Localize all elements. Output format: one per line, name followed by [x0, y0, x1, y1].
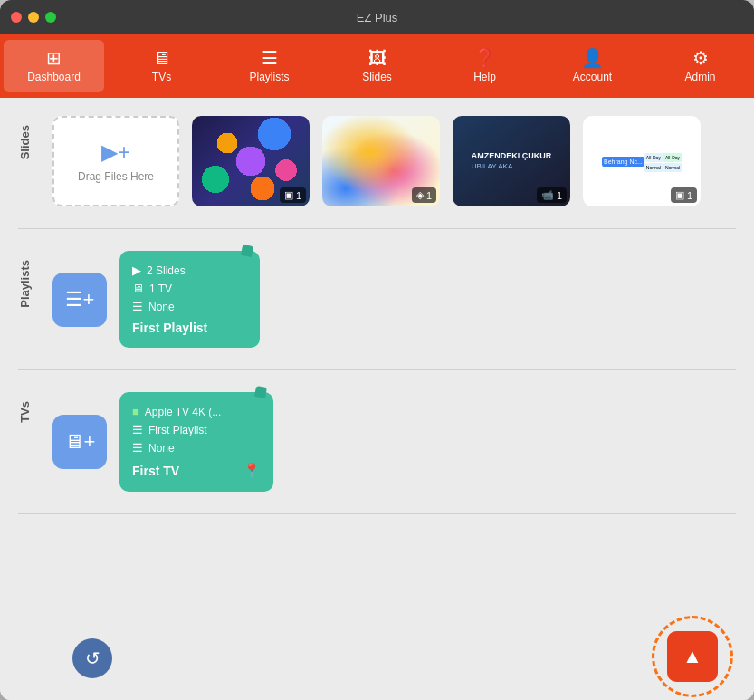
slide-card-2[interactable]: ◈ 1	[322, 116, 440, 206]
tv-count-icon: 🖥	[132, 282, 144, 295]
nav-bar: ⊞ Dashboard 🖥 TVs ☰ Playlists 🖼 Slides ❓…	[0, 34, 754, 98]
tv-playlist-row: ☰ First Playlist	[132, 423, 261, 436]
window-title: EZ Plus	[357, 11, 398, 24]
upload-area: ▲	[667, 631, 718, 682]
close-button[interactable]	[11, 12, 22, 23]
tvs-content: 🖥+ ■ Apple TV 4K (... ☰ First Playlist ☰…	[52, 392, 273, 492]
music-info: AMZENDEKI ÇUKUR UBILAY AKA	[472, 151, 552, 171]
main-content: Slides ▶+ Drag Files Here ▣ 1	[0, 98, 754, 700]
playlist-title: First Playlist	[132, 321, 247, 335]
playlist-tv-count: 1 TV	[149, 283, 172, 295]
admin-icon: ⚙	[692, 49, 709, 67]
cal-cell-3: Normal	[644, 163, 663, 172]
add-slide-button[interactable]: ▶+ Drag Files Here	[52, 116, 179, 206]
account-icon: 👤	[581, 49, 604, 67]
tvs-icon: 🖥	[153, 49, 171, 67]
schedule-icon: ☰	[132, 300, 143, 313]
playlist-slides-row: ▶ 2 Slides	[132, 264, 247, 277]
location-icon: 📍	[243, 462, 261, 479]
slide-badge-2: ◈ 1	[412, 187, 436, 203]
tv-device-row: ■ Apple TV 4K (...	[132, 405, 261, 418]
add-tv-icon: 🖥+	[64, 430, 96, 454]
cal-grid: All-Day All-Day Normal Normal	[644, 153, 682, 172]
tv-schedule-row: ☰ None	[132, 441, 261, 455]
slide-badge-1: ▣ 1	[280, 187, 306, 203]
help-icon: ❓	[473, 49, 496, 67]
slide-badge-count-1: 1	[296, 190, 301, 201]
slide-badge-count-4: 1	[687, 190, 692, 201]
device-icon: ■	[132, 405, 139, 418]
nav-item-tvs[interactable]: 🖥 TVs	[111, 40, 212, 92]
cal-cell-4: Normal	[663, 163, 682, 172]
dashboard-icon: ⊞	[46, 49, 62, 67]
slide-badge-count-2: 1	[426, 190, 432, 201]
refresh-button[interactable]: ↺	[72, 638, 112, 678]
nav-item-admin[interactable]: ⚙ Admin	[650, 40, 750, 92]
refresh-icon: ↺	[85, 647, 100, 669]
nav-label-playlists: Playlists	[249, 71, 289, 83]
tv-device: Apple TV 4K (...	[145, 406, 222, 418]
tvs-section: TVs 🖥+ ■ Apple TV 4K (... ☰ First Playli…	[18, 392, 736, 514]
tvs-section-label: TVs	[18, 401, 40, 423]
slide-badge-icon-2: ◈	[416, 189, 424, 201]
add-playlist-button[interactable]: ☰+	[52, 273, 107, 327]
cal-cell-1: All-Day	[644, 153, 663, 162]
slide-badge-icon-3: 📹	[541, 189, 554, 201]
tv-schedule: None	[148, 442, 175, 455]
add-tv-button[interactable]: 🖥+	[52, 415, 107, 469]
nav-label-tvs: TVs	[152, 71, 171, 83]
slides-content: ▶+ Drag Files Here ▣ 1 ◈ 1	[52, 116, 701, 206]
tv-title-row: First TV 📍	[132, 462, 261, 479]
slide-badge-3: 📹 1	[537, 187, 567, 203]
playlist-schedule-row: ☰ None	[132, 300, 247, 313]
playlists-section: Playlists ☰+ ▶ 2 Slides 🖥 1 TV ☰	[18, 251, 736, 370]
tv-card-1[interactable]: ■ Apple TV 4K (... ☰ First Playlist ☰ No…	[119, 392, 273, 492]
slide-card-3[interactable]: AMZENDEKI ÇUKUR UBILAY AKA 📹 1	[453, 116, 570, 206]
tv-title: First TV	[132, 464, 179, 478]
playlists-section-label: Playlists	[18, 260, 40, 308]
nav-label-admin: Admin	[684, 71, 715, 83]
minimize-button[interactable]	[28, 12, 39, 23]
slides-count-icon: ▶	[132, 264, 141, 277]
nav-item-slides[interactable]: 🖼 Slides	[327, 40, 427, 92]
slides-section-label: Slides	[18, 125, 40, 159]
slide-card-4[interactable]: Behrang Nc... All-Day All-Day Normal Nor…	[583, 116, 701, 206]
playlist-slides-count: 2 Slides	[147, 264, 186, 277]
slide-badge-icon-1: ▣	[284, 189, 293, 201]
title-bar: EZ Plus	[0, 0, 754, 34]
playlist-schedule: None	[148, 301, 175, 313]
playlists-icon: ☰	[262, 49, 278, 67]
cal-header: Behrang Nc...	[602, 157, 644, 167]
nav-item-help[interactable]: ❓ Help	[434, 40, 535, 92]
upload-button[interactable]: ▲	[667, 631, 718, 682]
traffic-lights	[11, 12, 56, 23]
nav-item-dashboard[interactable]: ⊞ Dashboard	[4, 40, 104, 92]
slide-badge-4: ▣ 1	[671, 187, 697, 203]
artist-name: UBILAY AKA	[472, 162, 552, 171]
nav-label-help: Help	[473, 71, 496, 83]
slide-badge-count-3: 1	[557, 190, 562, 201]
playlist-tv-row: 🖥 1 TV	[132, 282, 247, 295]
tv-playlist-icon: ☰	[132, 423, 143, 436]
maximize-button[interactable]	[45, 12, 56, 23]
add-playlist-icon: ☰+	[65, 288, 95, 312]
slide-card-1[interactable]: ▣ 1	[192, 116, 310, 206]
playlist-card-1[interactable]: ▶ 2 Slides 🖥 1 TV ☰ None First Playlist	[119, 251, 260, 348]
cal-cell-2: All-Day	[663, 153, 682, 162]
drag-files-label: Drag Files Here	[78, 170, 154, 183]
nav-label-dashboard: Dashboard	[27, 71, 81, 83]
add-slide-icon: ▶+	[101, 139, 130, 165]
playlists-content: ☰+ ▶ 2 Slides 🖥 1 TV ☰ None First	[52, 251, 260, 348]
app-window: EZ Plus ⊞ Dashboard 🖥 TVs ☰ Playlists 🖼 …	[0, 0, 754, 700]
nav-label-slides: Slides	[362, 71, 392, 83]
upload-icon: ▲	[682, 645, 702, 668]
tv-schedule-icon: ☰	[132, 441, 143, 455]
song-title: AMZENDEKI ÇUKUR	[472, 151, 552, 162]
slides-icon: 🖼	[368, 49, 387, 67]
nav-item-account[interactable]: 👤 Account	[542, 40, 643, 92]
slide-badge-icon-4: ▣	[675, 189, 684, 201]
nav-label-account: Account	[573, 71, 612, 83]
tv-playlist: First Playlist	[148, 424, 207, 436]
nav-item-playlists[interactable]: ☰ Playlists	[219, 40, 320, 92]
slides-section: Slides ▶+ Drag Files Here ▣ 1	[18, 116, 736, 229]
